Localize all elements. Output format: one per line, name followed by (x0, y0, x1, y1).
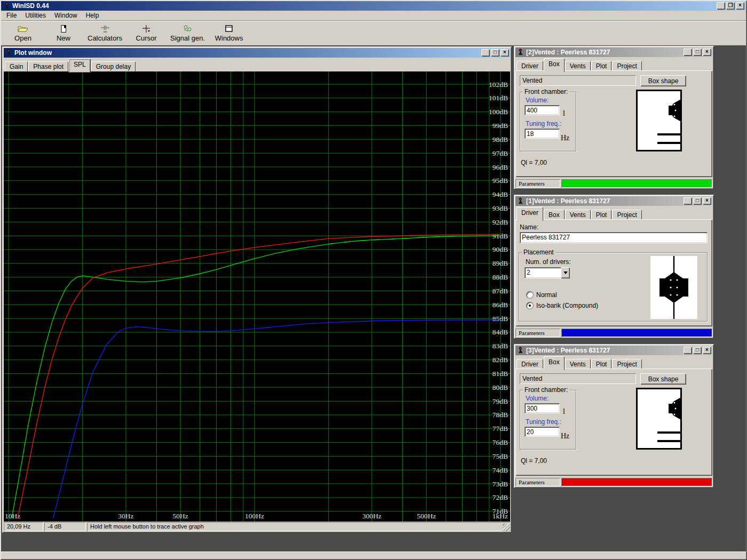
plot-window-title: Plot window (14, 49, 481, 57)
spl-plot-svg[interactable]: 71dB72dB73dB74dB75dB76dB77dB78dB79dB80dB… (4, 71, 510, 522)
svg-text:300Hz: 300Hz (362, 512, 382, 520)
driver-name-input[interactable]: Peerless 831727 (520, 232, 708, 243)
minimize-button[interactable]: _ (684, 347, 692, 354)
close-icon: × (705, 347, 709, 353)
tab-phase-plot[interactable]: Phase plot (28, 61, 68, 73)
parameters-button[interactable]: Parameters (515, 329, 560, 337)
radio-normal-label: Normal (536, 291, 557, 299)
svg-text:83dB: 83dB (492, 342, 508, 350)
signal-generator-icon (182, 24, 194, 34)
project-1-titlebar[interactable]: [1]Vented : Peerless 831727 _ □ × (515, 196, 712, 206)
spl-plot[interactable]: 71dB72dB73dB74dB75dB76dB77dB78dB79dB80dB… (4, 71, 510, 522)
box-shape-button[interactable]: Box shape (640, 373, 686, 385)
open-button[interactable]: Open (6, 22, 39, 44)
maximize-button[interactable]: □ (693, 347, 702, 354)
tab-box[interactable]: Box (544, 58, 565, 72)
svg-text:95dB: 95dB (492, 177, 508, 185)
minimize-button[interactable]: _ (684, 49, 692, 56)
calculators-button[interactable]: Calculators (88, 22, 122, 44)
tab-group-delay[interactable]: Group delay (91, 61, 136, 73)
new-document-icon (59, 24, 68, 34)
project-2-titlebar[interactable]: [2]Vented : Peerless 831727 _ □ × (515, 47, 712, 57)
restore-button[interactable]: ❐ (726, 2, 735, 10)
app-title: WinISD 0.44 (12, 2, 717, 10)
tab-box[interactable]: Box (544, 356, 565, 370)
minimize-button[interactable]: _ (481, 49, 490, 57)
menu-help[interactable]: Help (82, 11, 104, 20)
num-drivers-value[interactable]: 2 (525, 267, 562, 278)
windows-button[interactable]: Windows (212, 22, 245, 44)
tab-spl[interactable]: SPL (69, 59, 91, 73)
tuning-freq-input[interactable]: 20 (525, 427, 560, 437)
status-hint: Hold left mouse button to trace active g… (87, 522, 510, 531)
maximize-button[interactable]: □ (693, 197, 702, 205)
parameters-button[interactable]: Parameters (515, 179, 560, 188)
svg-text:89dB: 89dB (492, 259, 508, 267)
maximize-icon: □ (696, 347, 699, 353)
menu-file[interactable]: File (2, 11, 21, 20)
cursor-level-readout: -4 dB (44, 522, 86, 531)
close-icon: × (503, 50, 506, 55)
minimize-button[interactable]: _ (717, 2, 725, 10)
close-icon: × (738, 3, 742, 8)
plot-window-titlebar[interactable]: Plot window _ □ × (4, 48, 510, 58)
front-chamber-legend: Front chamber: (523, 386, 569, 394)
close-button[interactable]: × (736, 2, 744, 10)
app-icon (516, 347, 524, 354)
parameters-button[interactable]: Parameters (515, 478, 560, 486)
box-type-field[interactable]: Vented (520, 373, 636, 384)
radio-isobarik[interactable] (527, 302, 533, 309)
tab-driver[interactable]: Driver (516, 207, 543, 221)
svg-text:99dB: 99dB (492, 122, 508, 130)
maximize-button[interactable]: □ (491, 49, 499, 57)
svg-text:102dB: 102dB (489, 81, 508, 89)
menu-utilities[interactable]: Utilities (21, 11, 50, 20)
maximize-button[interactable]: □ (693, 49, 702, 56)
menu-window[interactable]: Window (50, 11, 82, 20)
resize-grip[interactable] (503, 524, 510, 531)
isobarik-diagram (650, 256, 697, 319)
svg-text:1kHz: 1kHz (492, 512, 508, 520)
radio-normal[interactable] (527, 292, 533, 298)
parameters-color-bar (561, 179, 712, 188)
new-button[interactable]: New (47, 22, 80, 44)
close-button[interactable]: × (703, 197, 711, 205)
close-button[interactable]: × (703, 49, 711, 56)
svg-text:30Hz: 30Hz (118, 512, 133, 520)
box-type-field[interactable]: Vented (520, 75, 636, 86)
svg-text:81dB: 81dB (492, 370, 508, 378)
volume-input[interactable]: 300 (525, 403, 560, 413)
cursor-crosshair-icon (142, 24, 150, 34)
signal-gen-button[interactable]: Signal gen. (170, 22, 205, 44)
plot-statusbar: 20,09 Hz -4 dB Hold left mouse button to… (4, 522, 510, 531)
svg-text:74dB: 74dB (492, 466, 508, 474)
tuning-freq-label: Tuning freq.: (526, 120, 561, 127)
placement-option-isobarik[interactable]: Iso-barik (Compound) (527, 302, 598, 309)
close-button[interactable]: × (500, 49, 509, 57)
volume-label: Volume: (526, 97, 549, 104)
chevron-down-icon[interactable] (561, 267, 570, 278)
project-3-titlebar[interactable]: [3]Vented : Peerless 831727 _ □ × (515, 346, 712, 355)
volume-label: Volume: (526, 395, 549, 402)
close-button[interactable]: × (703, 347, 711, 354)
box-shape-button[interactable]: Box shape (640, 75, 686, 86)
svg-text:80dB: 80dB (492, 383, 508, 391)
project-window-2: [2]Vented : Peerless 831727 _ □ × Driver… (514, 46, 714, 189)
placement-option-normal[interactable]: Normal (527, 291, 557, 299)
minimize-icon: _ (686, 199, 689, 205)
plot-window: Plot window _ □ × Gain Phase plot SPL Gr… (2, 46, 512, 533)
radio-isobarik-label: Iso-barik (Compound) (536, 302, 598, 309)
svg-text:75dB: 75dB (492, 452, 508, 460)
volume-input[interactable]: 400 (525, 105, 560, 115)
tab-gain[interactable]: Gain (5, 61, 28, 73)
close-icon: × (705, 49, 709, 54)
main-titlebar[interactable]: WinISD 0.44 _ ❐ × (1, 1, 746, 11)
tuning-freq-input[interactable]: 18 (525, 129, 560, 139)
num-drivers-combo[interactable]: 2 (525, 267, 570, 278)
tuning-freq-label: Tuning freq.: (526, 418, 561, 426)
minimize-icon: _ (484, 51, 487, 57)
minimize-button[interactable]: _ (684, 197, 692, 205)
parameters-color-bar (561, 329, 712, 337)
cursor-button[interactable]: Cursor (130, 22, 163, 44)
project-1-title: [1]Vented : Peerless 831727 (526, 197, 684, 205)
